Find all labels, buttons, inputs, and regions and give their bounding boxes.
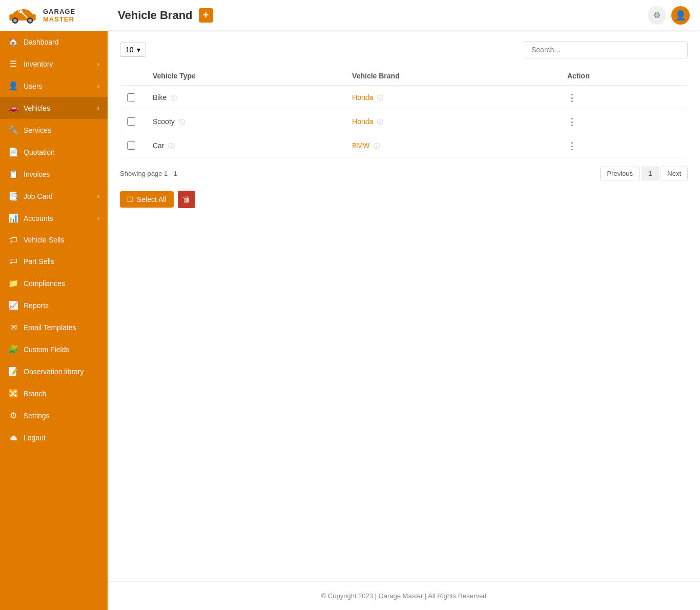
- nav-label-branch: Branch: [24, 390, 46, 398]
- nav-label-part-sells: Part Sells: [24, 257, 54, 266]
- sidebar-item-vehicles[interactable]: 🚗 Vehicles ›: [0, 97, 108, 119]
- nav-arrow-vehicles: ›: [97, 105, 99, 112]
- sidebar-item-observation-library[interactable]: 📝 Observation library: [0, 360, 108, 382]
- per-page-dropdown[interactable]: 10 ▾: [120, 43, 146, 57]
- checkbox-icon: ☐: [127, 195, 134, 204]
- user-profile-button[interactable]: 👤: [671, 6, 690, 25]
- previous-page-button[interactable]: Previous: [600, 167, 640, 180]
- settings-icon-button[interactable]: ⚙: [648, 6, 666, 25]
- sidebar-item-users[interactable]: 👤 Users ›: [0, 75, 108, 97]
- vehicle-type-cell: Bike ⓘ: [146, 86, 345, 110]
- action-menu-button-1[interactable]: ⋮: [567, 117, 578, 127]
- sidebar-item-compliances[interactable]: 📁 Compliances: [0, 272, 108, 294]
- row-checkbox-1[interactable]: [127, 117, 135, 126]
- nav-label-invoices: Invoices: [24, 170, 50, 178]
- row-checkbox-2[interactable]: [127, 141, 135, 150]
- table-row: Scooty ⓘ Honda ⓘ ⋮: [120, 110, 688, 134]
- vehicle-brand-cell: Honda ⓘ: [345, 86, 560, 110]
- nav-label-settings: Settings: [24, 412, 50, 420]
- page-number-button[interactable]: 1: [642, 167, 658, 180]
- topbar-right: ⚙ 👤: [648, 6, 690, 25]
- vehicle-brand-cell: Honda ⓘ: [345, 110, 560, 134]
- sidebar-item-email-templates[interactable]: ✉ Email Templates: [0, 316, 108, 338]
- bottom-actions: ☐ Select All 🗑: [120, 191, 688, 208]
- sidebar-item-custom-fields[interactable]: 🧩 Custom Fields: [0, 338, 108, 360]
- sidebar-item-settings[interactable]: ⚙ Settings: [0, 404, 108, 426]
- action-column-header: Action: [560, 67, 688, 86]
- sidebar-item-services[interactable]: 🔧 Services: [0, 119, 108, 141]
- table-header-row: Vehicle Type Vehicle Brand Action: [120, 67, 688, 86]
- vehicle-type-info-icon[interactable]: ⓘ: [179, 118, 185, 126]
- action-menu-button-2[interactable]: ⋮: [567, 141, 578, 151]
- copyright-text: © Copyright 2023 | Garage Master | All R…: [321, 592, 487, 600]
- nav-icon-services: 🔧: [8, 125, 18, 135]
- table-body: Bike ⓘ Honda ⓘ ⋮ Scooty ⓘ Honda ⓘ: [120, 86, 688, 158]
- sidebar-item-logout[interactable]: ⏏ Logout: [0, 426, 108, 449]
- nav-icon-part-sells: 🏷: [8, 257, 18, 266]
- sidebar-item-inventory[interactable]: ☰ Inventory ›: [0, 53, 108, 75]
- select-all-button[interactable]: ☐ Select All: [120, 191, 174, 208]
- sidebar-item-part-sells[interactable]: 🏷 Part Sells: [0, 251, 108, 272]
- sidebar-item-invoices[interactable]: 📋 Invoices: [0, 163, 108, 185]
- showing-text: Showing page 1 - 1: [120, 170, 177, 177]
- vehicle-brand-value: Honda: [352, 93, 373, 101]
- vehicle-brand-value: Honda: [352, 117, 373, 126]
- add-vehicle-brand-button[interactable]: +: [199, 8, 213, 23]
- main-content: Vehicle Brand + ⚙ 👤 10 ▾: [108, 0, 700, 610]
- row-checkbox-cell: [120, 110, 146, 134]
- row-checkbox-cell: [120, 134, 146, 158]
- logo-master: MASTER: [43, 15, 75, 23]
- logo-text: GARAGE MASTER: [43, 8, 75, 23]
- nav-icon-vehicle-sells: 🏷: [8, 235, 18, 245]
- sidebar-item-branch[interactable]: 🔀 Branch: [0, 382, 108, 404]
- nav-label-reports: Reports: [24, 301, 49, 310]
- vehicle-brand-info-icon[interactable]: ⓘ: [377, 94, 383, 101]
- vehicle-brand-info-icon[interactable]: ⓘ: [374, 143, 380, 150]
- sidebar-item-accounts[interactable]: 📊 Accounts ›: [0, 207, 108, 229]
- row-checkbox-cell: [120, 86, 146, 110]
- nav-label-vehicles: Vehicles: [24, 104, 50, 112]
- sidebar-item-job-card[interactable]: 📑 Job Card ›: [0, 185, 108, 207]
- sidebar-item-dashboard[interactable]: 🏠 Dashboard: [0, 31, 108, 53]
- logo-icon: [7, 5, 38, 26]
- select-all-label: Select All: [137, 195, 167, 204]
- nav-icon-email-templates: ✉: [8, 322, 18, 332]
- row-checkbox-0[interactable]: [127, 93, 135, 101]
- sidebar-item-reports[interactable]: 📈 Reports: [0, 294, 108, 316]
- per-page-control: 10 ▾: [120, 43, 146, 57]
- table-toolbar: 10 ▾: [120, 41, 688, 58]
- nav-label-services: Services: [24, 126, 51, 134]
- vehicle-type-info-icon[interactable]: ⓘ: [171, 94, 177, 101]
- nav-icon-observation-library: 📝: [8, 367, 18, 376]
- nav-label-observation-library: Observation library: [24, 368, 84, 376]
- action-menu-button-0[interactable]: ⋮: [567, 93, 578, 103]
- vehicle-brand-info-icon[interactable]: ⓘ: [377, 118, 383, 126]
- search-input[interactable]: [524, 41, 688, 58]
- nav-label-inventory: Inventory: [24, 60, 53, 68]
- nav-arrow-job-card: ›: [97, 193, 99, 200]
- nav-label-accounts: Accounts: [24, 214, 53, 222]
- nav-label-custom-fields: Custom Fields: [24, 345, 69, 354]
- nav-label-quotation: Quotation: [24, 148, 55, 156]
- nav-icon-invoices: 📋: [8, 169, 18, 179]
- nav-label-logout: Logout: [24, 434, 46, 442]
- sidebar-item-quotation[interactable]: 📄 Quotation: [0, 141, 108, 163]
- sidebar-item-vehicle-sells[interactable]: 🏷 Vehicle Sells: [0, 229, 108, 251]
- nav-label-dashboard: Dashboard: [24, 38, 59, 46]
- nav-icon-reports: 📈: [8, 300, 18, 310]
- user-avatar-icon: 👤: [675, 10, 686, 21]
- delete-selected-button[interactable]: 🗑: [178, 191, 195, 208]
- vehicle-brand-table: Vehicle Type Vehicle Brand Action Bike ⓘ…: [120, 67, 688, 158]
- table-row: Bike ⓘ Honda ⓘ ⋮: [120, 86, 688, 110]
- nav-label-vehicle-sells: Vehicle Sells: [24, 236, 64, 244]
- next-page-button[interactable]: Next: [661, 167, 688, 180]
- checkbox-column-header: [120, 67, 146, 86]
- nav-icon-settings: ⚙: [8, 411, 18, 420]
- vehicle-type-column-header: Vehicle Type: [146, 67, 345, 86]
- nav-icon-vehicles: 🚗: [8, 103, 18, 113]
- vehicle-type-info-icon[interactable]: ⓘ: [168, 143, 174, 150]
- svg-point-2: [13, 19, 17, 23]
- table-row: Car ⓘ BMW ⓘ ⋮: [120, 134, 688, 158]
- vehicle-type-value: Bike: [153, 93, 167, 101]
- nav-label-compliances: Compliances: [24, 279, 65, 288]
